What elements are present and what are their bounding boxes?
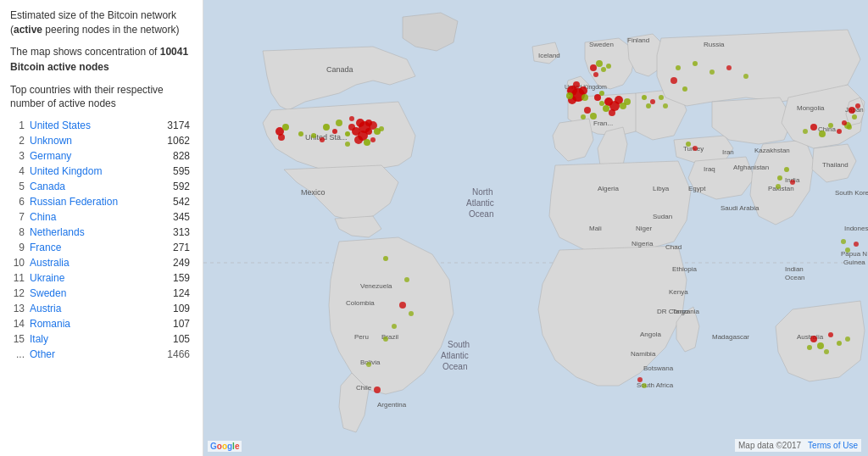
svg-point-85 [776, 184, 781, 189]
country-name-cell[interactable]: Romania [27, 316, 154, 331]
country-name-cell[interactable]: Austria [27, 301, 154, 316]
sidebar-title: Estimated size of the Bitcoin network (a… [10, 8, 192, 37]
country-name-cell[interactable]: France [27, 240, 154, 255]
svg-point-65 [817, 342, 824, 349]
svg-point-33 [581, 94, 588, 101]
country-link[interactable]: Australia [30, 257, 70, 269]
table-row: 12 Sweden 124 [10, 286, 192, 301]
venezuela-label: Venezuela [360, 282, 392, 290]
country-link[interactable]: Sweden [30, 287, 66, 299]
table-row: 14 Romania 107 [10, 316, 192, 331]
namibia-label: Namibia [631, 350, 656, 358]
svg-point-71 [810, 124, 817, 131]
svg-point-92 [366, 362, 371, 367]
svg-point-69 [845, 336, 850, 342]
svg-point-93 [374, 386, 381, 393]
table-row: 6 Russian Federation 542 [10, 194, 192, 209]
svg-point-9 [348, 124, 355, 131]
svg-point-21 [320, 137, 325, 142]
country-link[interactable]: United Kingdom [30, 165, 102, 177]
country-name-cell[interactable]: Germany [27, 148, 154, 164]
other-label-cell[interactable]: Other [27, 347, 154, 362]
svg-point-43 [596, 60, 603, 67]
mali-label: Mali [589, 225, 602, 232]
svg-point-66 [828, 332, 833, 337]
count-cell: 828 [154, 148, 192, 164]
svg-point-81 [847, 125, 852, 130]
country-link[interactable]: Austria [30, 303, 61, 314]
svg-point-78 [855, 103, 860, 108]
madagascar-label: Madagascar [712, 333, 749, 341]
svg-point-53 [693, 61, 698, 66]
country-link[interactable]: Germany [30, 150, 71, 162]
country-name-cell[interactable]: United Kingdom [27, 164, 154, 179]
country-link[interactable]: Unknown [30, 135, 72, 147]
country-link[interactable]: Canada [30, 181, 65, 192]
country-link[interactable]: United States [30, 120, 91, 131]
ethiopia-label: Ethiopia [672, 265, 697, 273]
canada-label: Canada [326, 65, 353, 74]
svg-point-58 [682, 86, 687, 92]
country-link[interactable]: Russian Federation [30, 196, 118, 208]
svg-point-67 [837, 341, 842, 346]
svg-point-44 [601, 67, 606, 72]
svg-point-94 [642, 383, 647, 388]
rank-cell: 15 [10, 331, 27, 347]
country-name-cell[interactable]: Ukraine [27, 270, 154, 286]
country-name-cell[interactable]: Canada [27, 179, 154, 194]
svg-point-98 [841, 239, 846, 244]
count-cell: 1062 [154, 133, 192, 148]
country-name-cell[interactable]: Australia [27, 255, 154, 270]
country-name-cell[interactable]: Netherlands [27, 225, 154, 240]
svg-point-86 [383, 256, 388, 261]
count-cell: 3174 [154, 118, 192, 133]
rank-cell: 6 [10, 194, 27, 209]
country-name-cell[interactable]: Unknown [27, 133, 154, 148]
terms-link[interactable]: Terms of Use [808, 441, 858, 450]
rank-cell: 5 [10, 179, 27, 194]
country-link[interactable]: France [30, 242, 61, 253]
svg-point-76 [803, 129, 808, 134]
svg-point-24 [370, 137, 376, 142]
iceland-label: Iceland [538, 52, 560, 59]
world-map: Canada United Sta... Mexico Venezuela Co… [203, 0, 868, 456]
country-link[interactable]: China [30, 211, 56, 223]
svg-point-73 [828, 123, 833, 128]
other-link[interactable]: Other [30, 348, 55, 360]
country-name-cell[interactable]: Italy [27, 331, 154, 347]
iraq-label: Iraq [704, 165, 715, 173]
peru-label: Peru [354, 333, 369, 341]
country-name-cell[interactable]: Sweden [27, 286, 154, 301]
indianocean-label: Indian [785, 265, 804, 273]
svg-point-42 [590, 64, 597, 71]
france-label: Fran... [593, 120, 613, 127]
country-name-cell[interactable]: China [27, 209, 154, 225]
table-row: 9 France 271 [10, 240, 192, 255]
svg-point-79 [852, 114, 857, 120]
northatlantic-label2: Atlantic [466, 198, 494, 208]
svg-point-11 [364, 139, 370, 146]
afghanistan-label: Afghanistan [733, 164, 769, 171]
svg-point-26 [349, 116, 354, 121]
svg-point-87 [404, 277, 409, 282]
country-link[interactable]: Netherlands [30, 226, 85, 238]
svg-point-55 [726, 65, 732, 70]
table-row: 4 United Kingdom 595 [10, 164, 192, 179]
country-link[interactable]: Romania [30, 318, 70, 330]
svg-point-40 [599, 101, 604, 106]
svg-point-60 [650, 99, 655, 104]
svg-point-22 [298, 131, 303, 136]
mexico-label: Mexico [301, 188, 326, 197]
country-name-cell[interactable]: United States [27, 118, 154, 133]
country-name-cell[interactable]: Russian Federation [27, 194, 154, 209]
country-link[interactable]: Ukraine [30, 272, 64, 284]
count-cell: 124 [154, 286, 192, 301]
svg-point-15 [282, 124, 289, 131]
country-link[interactable]: Italy [30, 333, 48, 345]
pakistan-label: Pakistan [768, 185, 794, 192]
count-cell: 542 [154, 194, 192, 209]
table-row: 5 Canada 592 [10, 179, 192, 194]
node-count-section: The map shows concentration of 10041 Bit… [10, 44, 192, 75]
svg-point-95 [637, 377, 643, 382]
table-row: 3 Germany 828 [10, 148, 192, 164]
